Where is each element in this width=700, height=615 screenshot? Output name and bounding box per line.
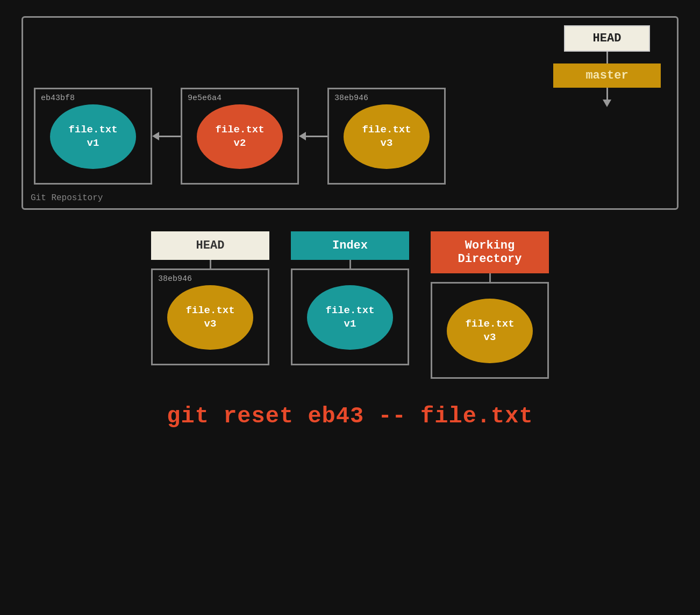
arrow-3-to-2 [299,88,327,185]
arrow-line-1 [159,136,181,137]
commit-hash-2: 9e5e6a4 [188,94,222,103]
master-label: master [553,63,661,88]
arrow-connector-2 [299,132,327,140]
blob-1: file.txtv1 [50,104,136,169]
workdir-connector [489,273,491,282]
commit-box-2: 9e5e6a4 file.txtv2 [181,88,299,185]
commit-box-1: eb43bf8 file.txtv1 [34,88,152,185]
commit-box-3: 38eb946 file.txtv3 [327,88,446,185]
commit-hash-1: eb43bf8 [41,94,75,103]
index-panel: Index file.txtv1 [291,231,409,365]
bottom-section: HEAD 38eb946 file.txtv3 Index file.txtv1… [22,231,678,379]
index-label: Index [291,231,409,260]
workdir-panel: WorkingDirectory file.txtv3 [431,231,549,379]
index-commit-box: file.txtv1 [291,268,409,365]
head-panel: HEAD 38eb946 file.txtv3 [151,231,269,365]
head-blob: file.txtv3 [167,285,253,350]
commit-hash-3: 38eb946 [334,94,368,103]
arrowhead-left-2 [299,132,306,140]
workdir-label: WorkingDirectory [431,231,549,273]
arrowhead-left-1 [152,132,159,140]
arrow-line-2 [306,136,327,137]
connector-master-commit [606,88,608,100]
git-repo-section: HEAD master eb43bf8 file.txtv1 9e5e6a4 f… [22,16,678,210]
git-repo-label: Git Repository [31,193,103,203]
connector-head-master [606,52,608,63]
workdir-commit-box: file.txtv3 [431,282,549,379]
head-label-bottom: HEAD [151,231,269,260]
index-connector [349,260,351,268]
head-label-top: HEAD [564,25,650,52]
arrow-master-down [603,100,611,107]
index-blob: file.txtv1 [307,285,393,350]
workdir-blob: file.txtv3 [447,299,533,363]
head-connector [210,260,211,268]
git-command: git reset eb43 -- file.txt [167,404,533,429]
blob-3: file.txtv3 [344,104,430,169]
head-commit-box: 38eb946 file.txtv3 [151,268,269,365]
head-commit-hash: 38eb946 [158,274,192,284]
blob-2: file.txtv2 [197,104,283,169]
head-master-group: HEAD master [553,25,661,107]
arrow-connector-1 [152,132,181,140]
arrow-2-to-1 [152,88,181,185]
